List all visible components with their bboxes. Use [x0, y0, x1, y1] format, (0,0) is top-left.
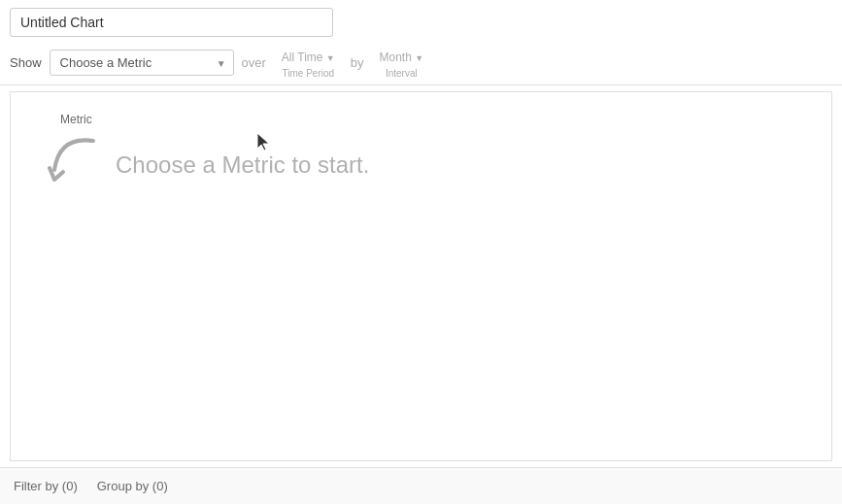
empty-state: Choose a Metric to start.: [40, 131, 369, 199]
page-wrapper: Show Choose a Metric ▼ over All Time ▼ T…: [0, 0, 842, 504]
interval-control: Month ▼ Interval: [372, 47, 432, 79]
time-period-sublabel: Time Period: [283, 68, 335, 79]
group-by-button[interactable]: Group by (0): [97, 479, 168, 493]
metric-select[interactable]: Choose a Metric: [50, 50, 234, 76]
footer-bar: Filter by (0) Group by (0): [0, 467, 842, 504]
time-period-arrow-icon: ▼: [326, 53, 335, 63]
controls-bar: Show Choose a Metric ▼ over All Time ▼ T…: [0, 41, 842, 85]
dropdown-hint: Metric: [56, 111, 96, 128]
time-period-button[interactable]: All Time ▼: [274, 47, 343, 68]
interval-label: Month: [380, 50, 412, 64]
interval-sublabel: Interval: [386, 68, 418, 79]
empty-state-message: Choose a Metric to start.: [116, 151, 369, 179]
over-label: over: [242, 55, 266, 70]
arrow-icon: [40, 131, 108, 199]
interval-button[interactable]: Month ▼: [372, 47, 432, 68]
time-period-control: All Time ▼ Time Period: [274, 47, 343, 79]
interval-arrow-icon: ▼: [415, 53, 423, 63]
title-bar: [0, 0, 842, 41]
chart-title-input[interactable]: [10, 8, 333, 37]
show-label: Show: [10, 55, 42, 70]
by-label: by: [351, 55, 364, 70]
chart-area: Choose a Metric to start.: [10, 91, 832, 461]
metric-select-wrapper: Choose a Metric ▼: [50, 50, 234, 76]
filter-by-button[interactable]: Filter by (0): [14, 479, 78, 493]
time-period-label: All Time: [282, 50, 323, 64]
